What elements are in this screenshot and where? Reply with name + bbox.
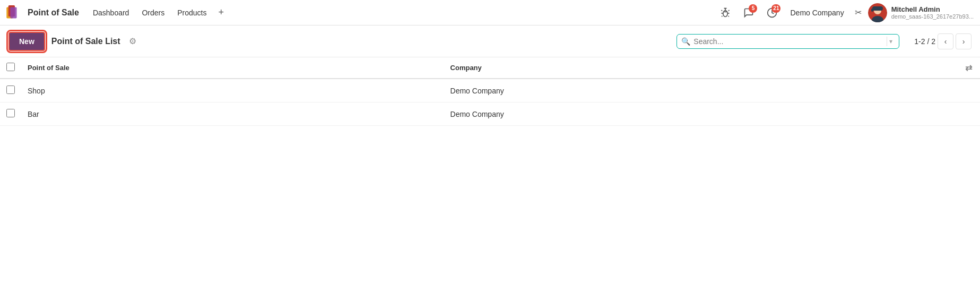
search-icon: 🔍 (681, 37, 690, 46)
table-row[interactable]: Shop Demo Company (0, 79, 980, 102)
topbar-icons: 5 21 Demo Company ✂ Mi (716, 3, 974, 22)
user-avatar[interactable] (868, 3, 887, 22)
pagination: 1-2 / 2 ‹ › (914, 33, 972, 49)
table-header-row: Point of Sale Company ⇄ (0, 57, 980, 79)
bug-icon (720, 7, 731, 18)
row-pos-name: Bar (21, 102, 444, 126)
col-pos-header: Point of Sale (21, 57, 444, 79)
nav-orders[interactable]: Orders (136, 6, 170, 19)
activity-badge: 21 (771, 4, 780, 13)
search-input[interactable] (693, 37, 883, 46)
col-filter-header: ⇄ (959, 57, 980, 79)
new-button[interactable]: New (8, 32, 45, 51)
row-checkbox-cell (0, 102, 21, 126)
col-company-header: Company (444, 57, 959, 79)
pagination-info: 1-2 / 2 (914, 37, 935, 46)
pos-list-table: Point of Sale Company ⇄ Shop Demo Compan… (0, 57, 980, 126)
nav-dashboard[interactable]: Dashboard (88, 6, 135, 19)
avatar-image (868, 3, 887, 22)
row-checkbox-cell (0, 79, 21, 102)
activity-icon-btn[interactable]: 21 (762, 3, 782, 22)
column-filter-icon[interactable]: ⇄ (965, 63, 972, 72)
brand-label: Point of Sale (28, 8, 79, 18)
nav-add-menu[interactable]: + (214, 5, 228, 20)
debug-icon-btn[interactable] (716, 3, 735, 22)
row-checkbox[interactable] (6, 109, 15, 117)
pos-logo-icon (6, 5, 23, 20)
top-navigation: Point of Sale Dashboard Orders Products … (0, 0, 980, 25)
table-row[interactable]: Bar Demo Company (0, 102, 980, 126)
messages-icon-btn[interactable]: 5 (739, 3, 758, 22)
list-toolbar: New Point of Sale List ⚙ 🔍 ▾ 1-2 / 2 ‹ › (0, 25, 980, 57)
list-settings-icon[interactable]: ⚙ (129, 36, 136, 46)
user-name: Mitchell Admin (891, 5, 974, 13)
nav-products[interactable]: Products (172, 6, 212, 19)
row-filter (959, 102, 980, 126)
user-sub: demo_saas-163_2617e27b93... (891, 13, 974, 20)
settings-icon-btn[interactable]: ✂ (853, 5, 864, 20)
search-dropdown-btn[interactable]: ▾ (887, 37, 895, 46)
messages-badge: 5 (749, 4, 757, 13)
svg-rect-2 (10, 7, 16, 18)
row-filter (959, 79, 980, 102)
svg-rect-12 (871, 8, 873, 12)
company-name[interactable]: Demo Company (786, 8, 848, 17)
pagination-next-btn[interactable]: › (956, 33, 972, 49)
row-checkbox[interactable] (6, 86, 15, 94)
user-info[interactable]: Mitchell Admin demo_saas-163_2617e27b93.… (891, 5, 974, 20)
header-checkbox-col (0, 57, 21, 79)
brand-logo[interactable]: Point of Sale (6, 5, 79, 20)
row-company: Demo Company (444, 79, 959, 102)
search-box: 🔍 ▾ (677, 34, 899, 49)
row-pos-name: Shop (21, 79, 444, 102)
svg-rect-11 (872, 6, 883, 11)
select-all-checkbox[interactable] (6, 63, 15, 71)
pagination-prev-btn[interactable]: ‹ (938, 33, 953, 49)
page-title: Point of Sale List (51, 37, 120, 46)
row-company: Demo Company (444, 102, 959, 126)
